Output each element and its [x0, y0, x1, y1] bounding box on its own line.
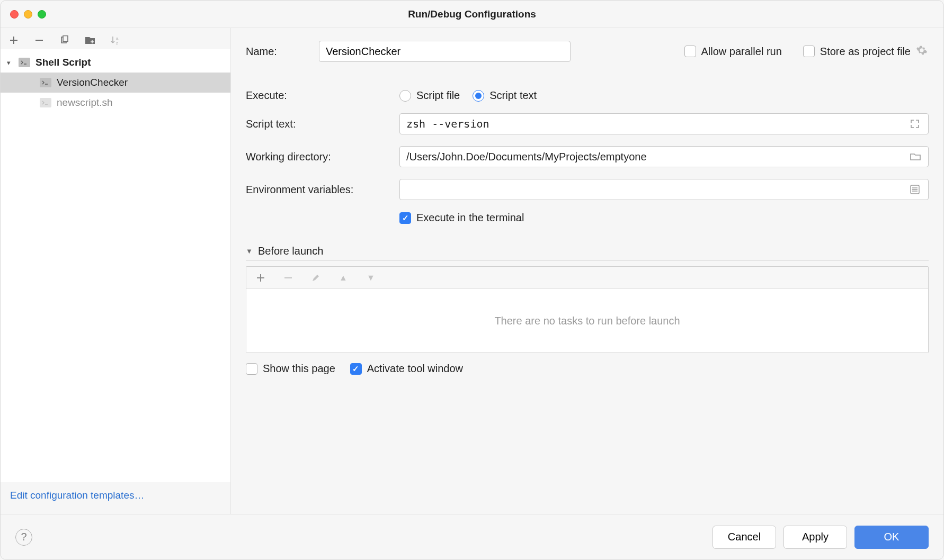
allow-parallel-label: Allow parallel run: [701, 46, 782, 58]
terminal-icon: [40, 78, 51, 87]
show-page-checkbox[interactable]: Show this page: [246, 363, 335, 375]
edit-templates-link[interactable]: Edit configuration templates…: [10, 490, 144, 501]
env-input[interactable]: [399, 179, 929, 200]
svg-text:a: a: [116, 36, 119, 41]
sort-alpha-icon[interactable]: az: [110, 34, 121, 46]
terminal-icon: [19, 58, 30, 67]
script-text-input[interactable]: zsh --version: [399, 113, 929, 134]
before-launch-section[interactable]: ▼ Before launch: [246, 245, 929, 261]
help-icon[interactable]: ?: [15, 529, 32, 546]
move-down-icon[interactable]: ▼: [365, 272, 377, 284]
folder-icon[interactable]: [910, 152, 922, 161]
tree-item-label: VersionChecker: [57, 77, 128, 88]
tree-item-label: newscript.sh: [57, 97, 113, 109]
run-debug-config-window: Run/Debug Configurations az ▾ Shell Scri…: [0, 0, 944, 560]
chevron-down-icon: ▼: [246, 247, 253, 255]
svg-text:z: z: [116, 41, 118, 46]
radio-script-file[interactable]: Script file: [399, 89, 460, 102]
save-template-icon[interactable]: [84, 34, 96, 46]
window-title: Run/Debug Configurations: [1, 8, 943, 20]
tree-group-label: Shell Script: [35, 57, 91, 68]
checkbox-icon: [399, 212, 411, 224]
svg-rect-6: [41, 99, 50, 106]
before-launch-label: Before launch: [258, 245, 323, 257]
radio-icon: [473, 90, 484, 102]
store-project-label: Store as project file: [820, 46, 911, 58]
sidebar-toolbar: az: [1, 28, 230, 49]
svg-rect-1: [63, 36, 68, 42]
before-launch-list: ▲ ▼ There are no tasks to run before lau…: [246, 266, 929, 353]
checkbox-icon: [684, 46, 696, 57]
script-text-value: zsh --version: [406, 118, 489, 130]
remove-task-icon[interactable]: [282, 272, 294, 284]
titlebar: Run/Debug Configurations: [1, 1, 943, 28]
env-label: Environment variables:: [246, 184, 399, 196]
show-page-label: Show this page: [263, 363, 335, 375]
name-label: Name:: [246, 46, 309, 58]
workdir-label: Working directory:: [246, 151, 399, 163]
gear-icon[interactable]: [916, 44, 929, 59]
list-icon[interactable]: [910, 185, 922, 194]
edit-task-icon[interactable]: [310, 272, 322, 284]
store-project-checkbox[interactable]: Store as project file: [803, 44, 929, 59]
ok-button[interactable]: OK: [854, 526, 929, 549]
workdir-value: /Users/John.Doe/Documents/MyProjects/emp…: [406, 151, 647, 163]
radio-script-text-label: Script text: [489, 89, 537, 102]
checkbox-icon: [246, 363, 257, 375]
exec-terminal-label: Execute in the terminal: [416, 212, 524, 224]
config-form: Name: Allow parallel run Store as projec…: [231, 28, 943, 514]
remove-config-icon[interactable]: [33, 34, 45, 46]
add-task-icon[interactable]: [255, 272, 266, 284]
radio-icon: [399, 90, 411, 102]
config-sidebar: az ▾ Shell Script VersionChecker newscri…: [1, 28, 231, 514]
config-tree: ▾ Shell Script VersionChecker newscript.…: [1, 49, 230, 482]
radio-script-text[interactable]: Script text: [473, 89, 537, 102]
radio-script-file-label: Script file: [416, 89, 460, 102]
name-input[interactable]: [319, 41, 571, 62]
workdir-input[interactable]: /Users/John.Doe/Documents/MyProjects/emp…: [399, 146, 929, 167]
svg-rect-4: [20, 59, 29, 66]
chevron-down-icon: ▾: [7, 59, 15, 67]
copy-config-icon[interactable]: [59, 34, 70, 46]
svg-rect-5: [41, 79, 50, 86]
add-config-icon[interactable]: [8, 34, 20, 46]
script-text-label: Script text:: [246, 118, 399, 130]
no-tasks-placeholder: There are no tasks to run before launch: [246, 289, 928, 353]
activate-tool-checkbox[interactable]: Activate tool window: [350, 363, 463, 375]
checkbox-icon: [350, 363, 362, 375]
move-up-icon[interactable]: ▲: [337, 272, 349, 284]
tree-item-newscript[interactable]: newscript.sh: [1, 93, 230, 113]
tree-group-shell-script[interactable]: ▾ Shell Script: [1, 52, 230, 73]
apply-button[interactable]: Apply: [783, 526, 847, 549]
activate-tool-label: Activate tool window: [367, 363, 463, 375]
cancel-button[interactable]: Cancel: [713, 526, 776, 549]
expand-icon[interactable]: [910, 119, 922, 129]
checkbox-icon: [803, 46, 815, 57]
dialog-footer: ? Cancel Apply OK: [1, 514, 943, 559]
exec-terminal-checkbox[interactable]: Execute in the terminal: [399, 212, 524, 224]
tree-item-versionchecker[interactable]: VersionChecker: [1, 73, 230, 93]
terminal-icon: [40, 98, 51, 107]
execute-label: Execute:: [246, 89, 399, 102]
allow-parallel-checkbox[interactable]: Allow parallel run: [684, 46, 782, 58]
